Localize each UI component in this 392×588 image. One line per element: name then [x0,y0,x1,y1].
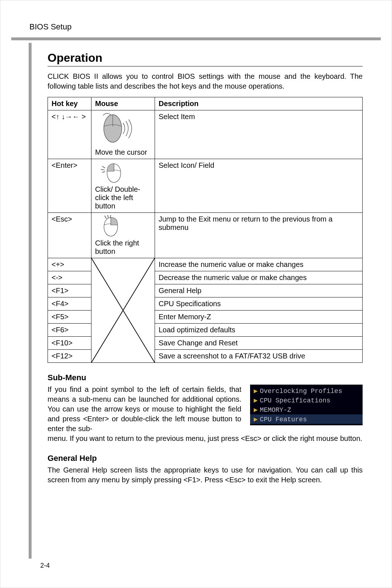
submenu-heading: Sub-Menu [48,373,363,382]
point-symbol-icon: ▶ [254,397,258,404]
point-symbol-icon: ▶ [254,406,258,414]
mouse-cell: Move the cursor [91,110,155,159]
desc-cell: Enter Memory-Z [155,311,363,324]
svg-line-4 [102,166,105,168]
desc-cell: Increase the numeric value or make chang… [155,258,363,271]
hotkey-cell: <F4> [48,297,91,311]
point-symbol-icon: ▶ [254,388,258,395]
page-header: BIOS Setup [11,11,381,35]
document-page: BIOS Setup Operation CLICK BIOS II allow… [0,0,392,588]
header-divider [11,37,381,40]
bios-submenu-screenshot: ▶Overclocking Profiles ▶CPU Specificatio… [250,385,363,425]
desc-cell: Select Icon/ Field [155,159,363,213]
generalhelp-text: The General Help screen lists the approp… [48,465,363,485]
header-title: BIOS Setup [29,22,366,32]
generalhelp-heading: General Help [48,454,363,463]
svg-line-10 [108,215,109,218]
submenu-block: If you find a point symbol to the left o… [48,385,363,434]
hotkey-cell: <F6> [48,324,91,337]
desc-cell: CPU Specifications [155,297,363,311]
bios-menu-item: ▶Overclocking Profiles [250,386,363,396]
table-row: <Enter> Click/ Double-click [48,159,363,213]
svg-line-11 [110,215,111,218]
mouse-cell: Click/ Double-click the left button [91,159,155,213]
vertical-rule [29,43,32,559]
bios-item-label: CPU Features [260,416,307,423]
section-title: Operation [48,51,363,65]
bios-menu-item: ▶MEMORY-Z [250,405,363,414]
bios-item-label: Overclocking Profiles [260,388,342,395]
mouse-caption: Click/ Double-click the left button [95,185,151,210]
mouse-cell: Click the right button [91,213,155,258]
hotkey-cell: <F1> [48,284,91,297]
bios-item-label: MEMORY-Z [260,406,291,414]
hotkey-cell: <-> [48,271,91,284]
desc-cell: Save Change and Reset [155,337,363,350]
table-row: <+> Increase the numeric value or make c… [48,258,363,271]
table-row: <Esc> Click the right button [48,213,363,258]
title-underline [48,66,363,66]
bios-item-label: CPU Specifications [260,397,330,404]
submenu-text-a: If you find a point symbol to the left o… [48,385,241,434]
hotkey-cell: <Esc> [48,213,91,258]
bios-menu-item-selected: ▶CPU Features [250,414,363,424]
desc-cell: Select Item [155,110,363,159]
hotkey-cell: <+> [48,258,91,271]
svg-line-6 [102,171,105,173]
col-mouse-header: Mouse [91,97,155,110]
page-number: 2-4 [40,562,50,569]
bios-menu-item: ▶CPU Specifications [250,396,363,405]
cross-icon [91,258,155,362]
table-row: <↑ ↓→← > Move the cursor [48,110,363,159]
mouse-na-cell [91,258,155,363]
desc-cell: Load optimized defaults [155,324,363,337]
col-desc-header: Description [155,97,363,110]
mouse-move-icon [95,113,151,148]
svg-line-9 [105,216,106,219]
mouse-caption: Move the cursor [95,148,151,157]
hotkey-cell: <F10> [48,337,91,350]
desc-cell: General Help [155,284,363,297]
point-symbol-icon: ▶ [254,416,258,423]
desc-cell: Decrease the numeric value or make chang… [155,271,363,284]
hotkey-cell: <↑ ↓→← > [48,110,91,159]
table-header-row: Hot key Mouse Description [48,97,363,110]
hotkey-cell: <Enter> [48,159,91,213]
page-content: Operation CLICK BIOS II allows you to co… [11,40,381,485]
intro-paragraph: CLICK BIOS II allows you to control BIOS… [48,72,363,91]
mouse-caption: Click the right button [95,239,151,256]
mouse-left-click-icon [95,161,151,185]
hotkey-table: Hot key Mouse Description <↑ ↓→← > [48,97,363,363]
hotkey-cell: <F5> [48,311,91,324]
hotkey-cell: <F12> [48,350,91,363]
svg-line-5 [101,169,105,170]
mouse-right-click-icon [95,215,151,239]
desc-cell: Save a screenshot to a FAT/FAT32 USB dri… [155,350,363,363]
submenu-text-b: menu. If you want to return to the previ… [48,434,363,443]
col-hotkey-header: Hot key [48,97,91,110]
desc-cell: Jump to the Exit menu or return to the p… [155,213,363,258]
